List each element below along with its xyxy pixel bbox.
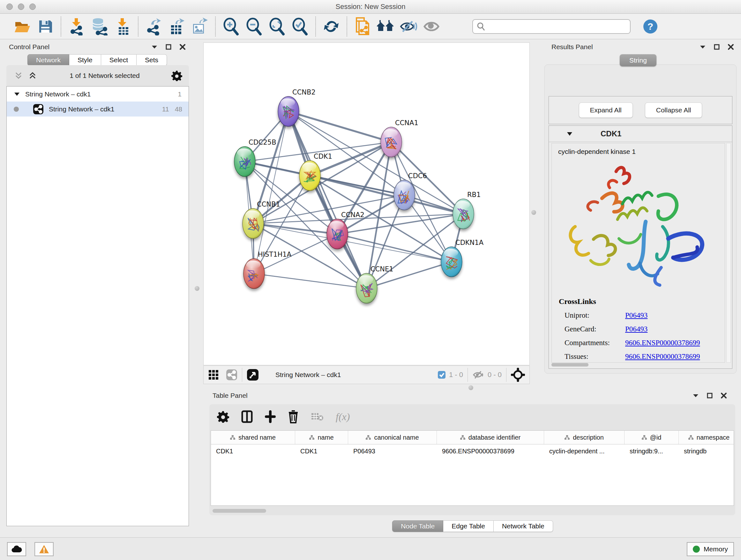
export-network-button[interactable] — [142, 16, 165, 37]
collapse-all-button[interactable]: Collapse All — [645, 103, 702, 118]
network-from-clipboard-button[interactable] — [351, 16, 374, 37]
grid-mode-button[interactable] — [208, 369, 219, 380]
tab-edge-table[interactable]: Edge Table — [443, 520, 494, 532]
create-column-button[interactable] — [265, 410, 276, 423]
import-network-from-database-button[interactable] — [88, 16, 111, 37]
show-columns-button[interactable] — [241, 410, 253, 423]
splitter-handle[interactable] — [468, 385, 473, 390]
crosslink-link[interactable]: 9606.ENSP00000378699 — [625, 353, 700, 361]
tab-network-table[interactable]: Network Table — [494, 520, 553, 532]
tab-sets[interactable]: Sets — [137, 54, 167, 66]
export-table-button[interactable] — [165, 16, 188, 37]
tab-select[interactable]: Select — [101, 54, 137, 66]
gene-section-header[interactable]: CDK1 — [549, 126, 732, 142]
network-node-CDKN1A[interactable]: CDKN1A — [441, 239, 484, 277]
table-horizontal-scrollbar[interactable] — [211, 508, 734, 513]
table-cell[interactable]: P06493 — [348, 444, 437, 458]
zoom-out-button[interactable] — [243, 16, 266, 37]
network-edge[interactable] — [288, 111, 367, 288]
splitter-handle[interactable] — [195, 286, 199, 291]
results-horizontal-scrollbar[interactable] — [551, 363, 589, 367]
locate-network-button[interactable] — [511, 368, 525, 382]
gene-name: CDK1 — [601, 129, 621, 138]
table-cell[interactable]: CDK1 — [295, 444, 348, 458]
panel-close-button[interactable] — [724, 42, 738, 52]
column-header-sharedname[interactable]: shared name — [211, 431, 295, 444]
network-edge[interactable] — [254, 111, 288, 273]
delete-table-button[interactable] — [311, 412, 324, 422]
expand-all-button[interactable]: Expand All — [579, 103, 633, 118]
column-header-namespace[interactable]: namespace — [679, 431, 734, 444]
results-tab-string[interactable]: String — [620, 54, 657, 66]
export-image-button[interactable] — [188, 16, 211, 37]
gene-description: cyclin-dependent kinase 1 — [558, 148, 725, 155]
table-options-gear-button[interactable] — [217, 411, 229, 423]
import-network-button[interactable] — [65, 16, 88, 37]
network-canvas[interactable]: CCNB2CCNA1CDC25BCDK1CDC6RB1CCNB1CCNA2CDK… — [204, 43, 529, 365]
tab-style[interactable]: Style — [69, 54, 101, 66]
memory-button[interactable]: Memory — [687, 542, 734, 556]
table-cell[interactable]: CDK1 — [211, 444, 295, 458]
panel-float-button[interactable] — [703, 391, 717, 400]
help-icon: ? — [643, 19, 658, 34]
function-builder-button[interactable]: f(x) — [336, 411, 350, 423]
network-node-RB1[interactable]: RB1 — [453, 191, 481, 229]
network-node-CCNE1[interactable]: CCNE1 — [356, 265, 394, 303]
crosslink-link[interactable]: P06493 — [625, 325, 648, 333]
birds-eye-view-button[interactable] — [247, 369, 259, 381]
import-table-button[interactable] — [111, 16, 134, 37]
table-cell[interactable]: 9606.ENSP00000378699 — [437, 444, 544, 458]
network-options-gear-button[interactable] — [170, 71, 184, 80]
column-header-canonicalname[interactable]: canonical name — [348, 431, 437, 444]
column-header-name[interactable]: name — [295, 431, 348, 444]
warnings-button[interactable] — [35, 542, 54, 556]
tab-network[interactable]: Network — [27, 54, 69, 66]
cloud-status-button[interactable] — [7, 542, 26, 556]
expand-all-networks-button[interactable] — [25, 71, 40, 80]
network-collection-row[interactable]: String Network – cdk1 1 — [7, 86, 189, 102]
column-header-description[interactable]: description — [544, 431, 624, 444]
crosslink-link[interactable]: 9606.ENSP00000378699 — [625, 339, 700, 347]
tab-node-table[interactable]: Node Table — [392, 520, 443, 532]
network-share-view-button[interactable] — [226, 369, 238, 381]
splitter-handle[interactable] — [531, 210, 536, 215]
zoom-in-button[interactable] — [219, 16, 243, 37]
apply-layout-button[interactable] — [320, 16, 343, 37]
toolbar-separator — [347, 17, 347, 37]
table-row[interactable]: CDK1CDK1P064939606.ENSP00000378699cyclin… — [211, 444, 734, 458]
table-cell[interactable]: stringdb:9... — [624, 444, 679, 458]
show-all-button[interactable] — [420, 16, 443, 37]
panel-close-button[interactable] — [176, 42, 190, 52]
first-neighbors-button[interactable] — [374, 16, 397, 37]
help-button[interactable]: ? — [639, 16, 662, 37]
network-row[interactable]: String Network – cdk1 11 48 — [7, 102, 189, 117]
save-session-button[interactable] — [34, 16, 57, 37]
panel-menu-button[interactable] — [696, 42, 710, 52]
open-session-button[interactable] — [11, 16, 34, 37]
network-node-HIST1H1A[interactable]: HIST1H1A — [244, 251, 292, 289]
network-node-CCNB2[interactable]: CCNB2 — [278, 88, 316, 126]
collapse-all-networks-button[interactable] — [11, 71, 25, 80]
import-table-icon — [115, 17, 130, 36]
panel-float-button[interactable] — [710, 42, 724, 52]
column-header-databaseidentifier[interactable]: database identifier — [437, 431, 544, 444]
panel-float-button[interactable] — [161, 42, 176, 52]
search-input[interactable] — [485, 22, 626, 30]
panel-menu-button[interactable] — [147, 42, 161, 52]
network-edge[interactable] — [253, 224, 337, 234]
results-vertical-scrollbar[interactable] — [726, 143, 731, 363]
zoom-fit-button[interactable] — [266, 16, 288, 37]
panel-close-button[interactable] — [717, 391, 731, 400]
panel-menu-button[interactable] — [689, 391, 703, 400]
table-cell[interactable]: stringdb — [679, 444, 734, 458]
network-edge[interactable] — [288, 111, 391, 142]
column-header-id[interactable]: @id — [624, 431, 679, 444]
table-panel-title: Table Panel — [212, 392, 248, 399]
table-cell[interactable]: cyclin-dependent ... — [544, 444, 624, 458]
delete-column-button[interactable] — [288, 410, 299, 423]
hide-selected-button[interactable] — [397, 16, 420, 37]
zoom-selected-button[interactable] — [288, 16, 312, 37]
network-node-CCNA1[interactable]: CCNA1 — [381, 119, 418, 157]
crosslink-link[interactable]: P06493 — [625, 311, 648, 320]
network-edge[interactable] — [254, 273, 367, 288]
